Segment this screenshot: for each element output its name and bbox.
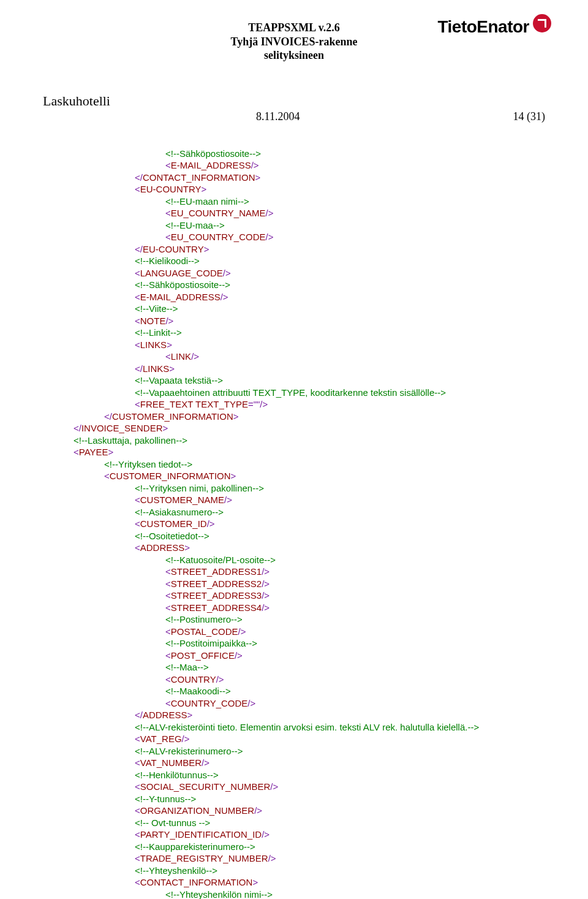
meta-page: 14 (31) <box>513 110 546 123</box>
code-line: </LINKS> <box>43 363 545 375</box>
code-line: <!--Viite--> <box>43 303 545 315</box>
brand-logo-text: TietoEnator <box>437 17 529 37</box>
meta-row: 8.11.2004 14 (31) <box>43 110 545 123</box>
code-line: <COUNTRY/> <box>43 673 545 686</box>
code-line: <EU_COUNTRY_NAME/> <box>43 207 545 219</box>
code-line: <PAYEE> <box>43 446 545 458</box>
code-line: <!--EU-maa--> <box>43 219 545 232</box>
code-line: <!--Yhteyshenkilön nimi--> <box>43 889 545 900</box>
code-line: </EU-COUNTRY> <box>43 243 545 256</box>
xml-code-block: <!--Sähköpostiosoite--><E-MAIL_ADDRESS/>… <box>43 148 545 900</box>
code-line: <POSTAL_CODE/> <box>43 626 545 638</box>
code-line: <!--Katuosoite/PL-osoite--> <box>43 554 545 566</box>
code-line: <!--Osoitetiedot--> <box>43 530 545 542</box>
sub-title: Laskuhotelli <box>43 93 545 109</box>
code-line: </INVOICE_SENDER> <box>43 422 545 434</box>
code-line: </ADDRESS> <box>43 709 545 721</box>
code-line: <SOCIAL_SECURITY_NUMBER/> <box>43 781 545 793</box>
code-line: <!--Yhteyshenkilö--> <box>43 865 545 877</box>
code-line: <!--Postinumero--> <box>43 613 545 626</box>
code-line: <PARTY_IDENTIFICATION_ID/> <box>43 829 545 841</box>
code-line: <STREET_ADDRESS1/> <box>43 566 545 578</box>
code-line: <POST_OFFICE/> <box>43 650 545 662</box>
code-line: <!--Linkit--> <box>43 327 545 339</box>
code-line: <TRADE_REGISTRY_NUMBER/> <box>43 852 545 865</box>
code-line: <STREET_ADDRESS2/> <box>43 578 545 590</box>
code-line: <!--Kielikoodi--> <box>43 255 545 267</box>
code-line: <!--Yrityksen tiedot--> <box>43 458 545 471</box>
code-line: <ORGANIZATION_NUMBER/> <box>43 805 545 817</box>
code-line: <ADDRESS> <box>43 542 545 554</box>
code-line: <!--Postitoimipaikka--> <box>43 637 545 650</box>
code-line: </CUSTOMER_INFORMATION> <box>43 411 545 423</box>
code-line: <!--Kaupparekisterinumero--> <box>43 841 545 853</box>
code-line: <CUSTOMER_NAME/> <box>43 494 545 506</box>
header-line-3: selityksineen <box>43 48 545 63</box>
code-line: <!--Sähköpostiosoite--> <box>43 279 545 291</box>
code-line: <!--Sähköpostiosoite--> <box>43 148 545 160</box>
brand-logo: TietoEnator <box>437 17 551 37</box>
code-line: <!--Vapaaehtoinen attribuutti TEXT_TYPE,… <box>43 387 545 399</box>
code-line: <!--EU-maan nimi--> <box>43 195 545 208</box>
code-line: </CONTACT_INFORMATION> <box>43 172 545 184</box>
code-line: <NOTE/> <box>43 315 545 327</box>
code-line: <!--Henkilötunnus--> <box>43 769 545 781</box>
code-line: <!-- Ovt-tunnus --> <box>43 817 545 829</box>
code-line: <STREET_ADDRESS4/> <box>43 602 545 614</box>
code-line: <LINK/> <box>43 351 545 363</box>
code-line: <!--Asiakasnumero--> <box>43 506 545 518</box>
code-line: <!--ALV-rekisterinumero--> <box>43 745 545 757</box>
code-line: <VAT_REG/> <box>43 733 545 745</box>
code-line: <E-MAIL_ADDRESS/> <box>43 159 545 172</box>
meta-date: 8.11.2004 <box>256 110 300 123</box>
code-line: <!--Vapaata tekstiä--> <box>43 374 545 387</box>
document-page: TEAPPSXML v.2.6 Tyhjä INVOICES-rakenne s… <box>0 0 588 899</box>
brand-logo-icon <box>533 14 551 32</box>
code-line: <STREET_ADDRESS3/> <box>43 590 545 602</box>
code-line: <!--ALV-rekisteröinti tieto. Elementin a… <box>43 721 545 734</box>
code-line: <EU_COUNTRY_CODE/> <box>43 231 545 243</box>
code-line: <VAT_NUMBER/> <box>43 757 545 769</box>
code-line: <!--Maakoodi--> <box>43 685 545 697</box>
code-line: <FREE_TEXT TEXT_TYPE=""/> <box>43 398 545 411</box>
code-line: <!--Laskuttaja, pakollinen--> <box>43 434 545 447</box>
code-line: <CONTACT_INFORMATION> <box>43 876 545 889</box>
code-line: <CUSTOMER_ID/> <box>43 518 545 530</box>
code-line: <LINKS> <box>43 339 545 351</box>
code-line: <COUNTRY_CODE/> <box>43 697 545 710</box>
code-line: <EU-COUNTRY> <box>43 183 545 195</box>
code-line: <CUSTOMER_INFORMATION> <box>43 470 545 482</box>
code-line: <!--Maa--> <box>43 661 545 673</box>
code-line: <LANGUAGE_CODE/> <box>43 267 545 279</box>
code-line: <!--Y-tunnus--> <box>43 793 545 805</box>
code-line: <!--Yrityksen nimi, pakollinen--> <box>43 482 545 495</box>
code-line: <E-MAIL_ADDRESS/> <box>43 291 545 303</box>
